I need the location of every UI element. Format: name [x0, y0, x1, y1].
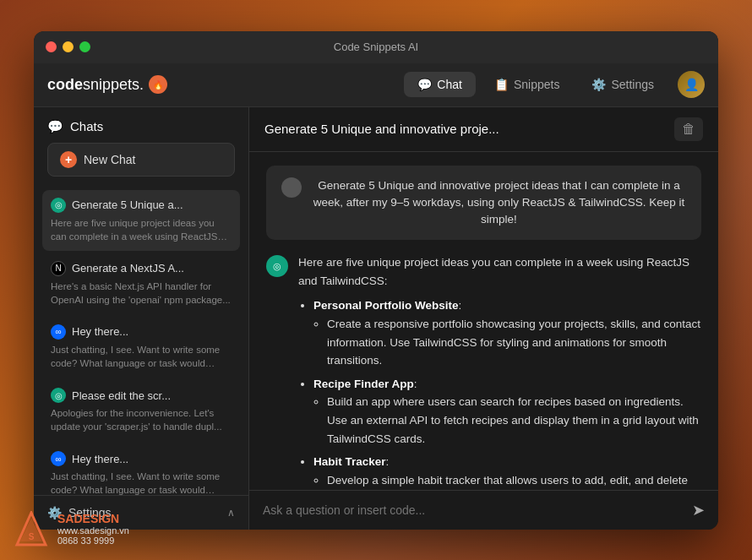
chat-item-preview-4: Apologies for the inconvenience. Let's u… [51, 406, 232, 433]
new-chat-plus-icon: + [60, 151, 77, 168]
chats-icon: 💬 [47, 119, 63, 134]
logo: codesnippets. 🔥 [47, 75, 404, 94]
messages-list: Generate 5 Unique and innovative project… [249, 152, 718, 490]
project-item-1: Personal Portfolio Website: Create a res… [313, 296, 701, 369]
chat-item-header-3: ∞ Hey there... [51, 324, 232, 340]
logo-normal: snippets. [83, 76, 144, 93]
chat-item-header-5: ∞ Hey there... [51, 451, 232, 466]
app-content: codesnippets. 🔥 💬 Chat 📋 Snippets ⚙️ Set… [34, 63, 718, 530]
chat-item-title-3: Hey there... [72, 325, 128, 338]
chat-item-preview-2: Here's a basic Next.js API handler for O… [51, 280, 232, 307]
project-name-1: Personal Portfolio Website [313, 299, 459, 312]
chat-item-1[interactable]: ◎ Generate 5 Unique a... Here are five u… [42, 190, 240, 251]
main-layout: 💬 Chats + New Chat ◎ Generate 5 Unique a… [34, 107, 718, 530]
delete-chat-button[interactable]: 🗑 [674, 117, 703, 141]
ai-avatar: ◎ [266, 255, 288, 277]
project-desc-3: Develop a simple habit tracker that allo… [327, 471, 701, 490]
chat-icon-meta-3: ∞ [51, 324, 66, 340]
project-sub-2: Build an app where users can search for … [313, 393, 701, 448]
chat-item-3[interactable]: ∞ Hey there... Just chatting, I see. Wan… [42, 317, 240, 378]
chat-header: Generate 5 Unique and innovative proje..… [249, 107, 718, 152]
tab-settings[interactable]: ⚙️ Settings [578, 72, 668, 97]
chat-input[interactable] [263, 503, 684, 517]
watermark-text: SADESIGN www.sadesign.vn 0868 33 9999 [57, 512, 129, 546]
watermark-brand: SADESIGN [57, 512, 129, 525]
chats-label: 💬 Chats [47, 119, 235, 134]
chat-icon-openai-4: ◎ [51, 388, 66, 403]
snippets-tab-label: Snippets [514, 78, 559, 91]
watermark-brand-prefix: SA [57, 512, 74, 525]
user-message-text: Generate 5 Unique and innovative project… [312, 177, 686, 229]
chat-list: ◎ Generate 5 Unique a... Here are five u… [34, 185, 248, 495]
watermark-logo-icon: S [14, 511, 49, 546]
chat-item-preview-1: Here are five unique project ideas you c… [51, 216, 232, 243]
project-desc-2: Build an app where users can search for … [327, 393, 701, 448]
tab-snippets[interactable]: 📋 Snippets [481, 72, 573, 97]
project-item-3: Habit Tracker: Develop a simple habit tr… [313, 453, 701, 489]
ai-message: ◎ Here are five unique project ideas you… [266, 253, 701, 489]
avatar[interactable]: 👤 [678, 71, 705, 98]
project-list: Personal Portfolio Website: Create a res… [298, 296, 701, 489]
new-chat-button[interactable]: + New Chat [47, 143, 235, 177]
chat-icon-openai-1: ◎ [51, 198, 66, 213]
close-button[interactable] [46, 41, 57, 52]
chat-item-title-4: Please edit the scr... [72, 389, 171, 402]
send-button[interactable]: ➤ [692, 501, 705, 519]
chat-area: Generate 5 Unique and innovative proje..… [249, 107, 718, 530]
watermark-url: www.sadesign.vn [57, 525, 129, 536]
chats-text: Chats [70, 119, 103, 133]
project-desc-1: Create a responsive portfolio showcasing… [327, 315, 701, 370]
chat-item-4[interactable]: ◎ Please edit the scr... Apologies for t… [42, 380, 240, 441]
logo-text: codesnippets. [47, 76, 144, 94]
tab-chat[interactable]: 💬 Chat [404, 72, 476, 97]
project-sub-3: Develop a simple habit tracker that allo… [313, 471, 701, 490]
watermark-phone: 0868 33 9999 [57, 536, 129, 546]
project-name-2: Recipe Finder App [313, 378, 414, 390]
watermark: S SADESIGN www.sadesign.vn 0868 33 9999 [14, 511, 129, 546]
ai-message-body: Here are five unique project ideas you c… [298, 253, 701, 489]
user-avatar [281, 177, 302, 198]
chevron-up-icon: ∧ [227, 507, 235, 519]
window-title: Code Snippets AI [334, 41, 418, 53]
chat-tab-label: Chat [437, 78, 462, 91]
project-sub-1: Create a responsive portfolio showcasing… [313, 315, 701, 370]
watermark-brand-suffix: DESIGN [74, 512, 119, 525]
settings-tab-icon: ⚙️ [591, 78, 606, 91]
input-area: ➤ [249, 490, 718, 530]
header: codesnippets. 🔥 💬 Chat 📋 Snippets ⚙️ Set… [34, 63, 718, 107]
titlebar: Code Snippets AI [34, 31, 718, 63]
logo-bold: code [47, 76, 83, 93]
chat-tab-icon: 💬 [417, 78, 432, 91]
project-name-3: Habit Tracker [313, 455, 386, 468]
chat-item-preview-5: Just chatting, I see. Want to write some… [51, 470, 232, 494]
chat-icon-meta-5: ∞ [51, 451, 66, 466]
project-item-2: Recipe Finder App: Build an app where us… [313, 375, 701, 448]
chat-item-header-1: ◎ Generate 5 Unique a... [51, 198, 232, 213]
nav-tabs: 💬 Chat 📋 Snippets ⚙️ Settings [404, 72, 668, 97]
settings-tab-label: Settings [611, 78, 654, 91]
sidebar: 💬 Chats + New Chat ◎ Generate 5 Unique a… [34, 107, 249, 530]
maximize-button[interactable] [79, 41, 90, 52]
new-chat-label: New Chat [84, 153, 135, 166]
chat-item-title-1: Generate 5 Unique a... [72, 198, 183, 211]
ai-intro: Here are five unique project ideas you c… [298, 253, 701, 290]
chat-item-5[interactable]: ∞ Hey there... Just chatting, I see. Wan… [42, 443, 240, 494]
user-message: Generate 5 Unique and innovative project… [266, 166, 701, 241]
chat-item-preview-3: Just chatting, I see. Want to write some… [51, 343, 232, 370]
chat-item-2[interactable]: N Generate a NextJS A... Here's a basic … [42, 253, 240, 314]
snippets-tab-icon: 📋 [494, 78, 509, 91]
chat-item-header-2: N Generate a NextJS A... [51, 261, 232, 276]
chat-item-title-5: Hey there... [72, 453, 128, 465]
chat-title: Generate 5 Unique and innovative proje..… [264, 122, 499, 136]
chat-item-title-2: Generate a NextJS A... [72, 262, 184, 275]
minimize-button[interactable] [63, 41, 74, 52]
app-window: Code Snippets AI codesnippets. 🔥 💬 Chat … [34, 31, 718, 530]
sidebar-header: 💬 Chats + New Chat [34, 107, 248, 185]
chat-icon-nextjs-2: N [51, 261, 66, 276]
logo-badge: 🔥 [149, 75, 167, 94]
svg-text:S: S [29, 532, 35, 541]
chat-item-header-4: ◎ Please edit the scr... [51, 388, 232, 403]
window-controls [46, 41, 90, 52]
